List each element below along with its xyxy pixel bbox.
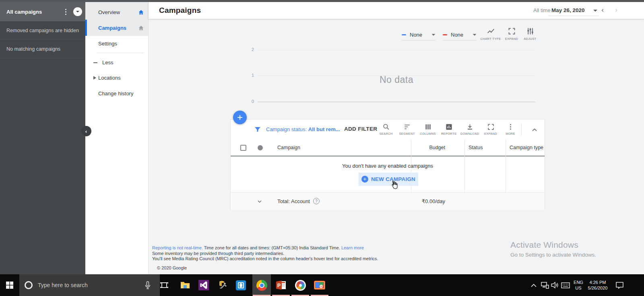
kebab-menu-icon[interactable] [62,8,69,15]
metric-selector-2[interactable]: None [443,29,477,41]
touch-keyboard-button[interactable] [559,274,572,296]
chrome-button[interactable] [252,274,271,296]
start-button[interactable] [0,274,19,296]
svg-text:REC: REC [320,286,324,288]
total-label: Total: Account [277,198,310,204]
help-icon[interactable]: ? [313,198,320,204]
task-view-button[interactable] [155,274,173,296]
visual-studio-button[interactable] [194,274,213,296]
chart-type-button[interactable]: CHART TYPE [479,27,502,41]
page-header: Campaigns All time May 26, 2020 ‹ › [149,2,644,19]
file-explorer-icon [180,280,190,290]
filter-toolbar: Campaign status: All but rem... ADD FILT… [231,119,545,140]
nav-item-label: Settings [98,41,117,47]
date-next-button[interactable]: › [611,5,621,15]
screen-recorder-button[interactable]: REC [310,274,329,296]
chart-adjust-button[interactable]: ADJUST [518,27,542,41]
mouse-cursor [388,179,399,191]
add-campaign-fab[interactable]: + [233,111,247,124]
search-button[interactable]: SEARCH [376,123,396,136]
chevron-down-icon [432,34,436,35]
copyright: © 2020 Google [157,265,187,270]
date-prev-button[interactable]: ‹ [598,5,607,15]
region-code: US [572,285,585,291]
column-header-budget[interactable]: Budget [411,145,464,150]
table-header-row: Campaign Budget Status Campaign type [231,140,545,156]
nav-divider [97,53,144,53]
windows-logo-icon [6,282,13,289]
tray-overflow-button[interactable] [528,274,539,296]
media-pinwheel-button[interactable] [291,274,310,296]
minus-icon [93,61,97,65]
column-header-status[interactable]: Status [469,145,483,150]
sidebar-row-no-matching: No matching campaigns [0,40,85,58]
watermark-subtitle: Go to Settings to activate Windows. [510,252,596,258]
report-footer: Reporting is not real-time. Time zone fo… [152,245,466,262]
add-filter-button[interactable]: ADD FILTER [344,126,377,132]
footer-text: Time zone for all dates and times: (GMT+… [203,245,341,250]
nav-item-change-history[interactable]: Change history [85,86,148,101]
reports-button[interactable]: REPORTS [439,123,459,136]
download-label: DOWNLOAD [460,132,479,136]
columns-button[interactable]: COLUMNS [418,123,438,136]
reporting-link[interactable]: Reporting is not real-time. [152,245,203,250]
clock[interactable]: 4:26 PM 5/26/2020 [584,280,611,291]
watermark-title: Activate Windows [510,240,596,250]
nav-item-locations[interactable]: Locations [85,70,148,86]
ssms-tools-button[interactable] [213,274,232,296]
nav-item-settings[interactable]: Settings [85,36,148,51]
date-picker[interactable]: May 26, 2020 [548,4,599,16]
plus-circle-icon: + [361,176,368,183]
empty-state-message: You don't have any enabled campaigns [231,163,545,169]
footer-line-3: You'll see Media Rating Council (MRC) ac… [152,256,466,262]
download-icon [466,123,474,131]
action-center-button[interactable] [613,274,626,296]
svg-text:P: P [277,283,281,288]
volume-tray-button[interactable] [549,274,560,296]
status-filter-dot[interactable] [258,145,263,150]
sidebar-collapse-button[interactable]: ‹ [81,126,91,136]
microphone-icon[interactable] [143,280,153,290]
taskbar-search-input[interactable]: Type here to search [19,274,160,296]
column-header-campaign-type[interactable]: Campaign type [510,145,543,150]
chevron-down-icon [473,34,477,35]
more-button[interactable]: MORE [500,123,520,136]
select-all-checkbox[interactable] [240,145,246,151]
nav-item-label: Change history [98,90,133,97]
account-chevron-button[interactable] [73,7,82,16]
nav-item-campaigns[interactable]: Campaigns [85,20,148,36]
powerpoint-button[interactable]: P [272,274,290,296]
metric2-color-dash [443,34,447,35]
pinwheel-icon [295,280,306,291]
file-explorer-button[interactable] [176,274,194,296]
segment-button[interactable]: SEGMENT [397,123,417,136]
chart-empty-message: No data [258,74,535,85]
code-app-button[interactable] [231,274,250,296]
language-indicator[interactable]: ENG US [572,280,585,291]
chevron-down-icon[interactable] [256,198,263,205]
column-header-campaign[interactable]: Campaign [277,145,300,150]
chevron-down-icon [76,10,80,14]
toolbar-separator [521,123,522,136]
empty-state: You don't have any enabled campaigns + N… [231,156,545,192]
sidebar-row-removed-hidden[interactable]: Removed campaigns are hidden [0,21,85,40]
activate-windows-watermark: Activate Windows Go to Settings to activ… [510,240,596,258]
powerpoint-icon: P [276,280,287,290]
footer-line-2: Some inventory may be provided through t… [152,251,466,257]
y-tick: 1 [244,73,254,78]
table-expand-button[interactable]: EXPAND [481,123,501,136]
collapse-table-chevron-icon[interactable] [530,126,539,134]
download-button[interactable]: DOWNLOAD [460,123,480,136]
search-placeholder: Type here to search [38,282,88,288]
keyboard-icon [561,282,570,288]
network-icon [541,282,549,289]
search-label: SEARCH [379,132,392,136]
campaign-status-filter[interactable]: Campaign status: All but rem... [266,126,340,132]
adjust-sliders-icon [526,27,535,35]
cortana-icon [25,281,33,289]
nav-item-less[interactable]: Less [85,55,148,70]
screen-recorder-icon: REC [314,281,325,290]
metric-selector-1[interactable]: None [402,29,436,41]
nav-item-overview[interactable]: Overview [85,4,148,20]
learn-more-link[interactable]: Learn more [341,245,364,250]
